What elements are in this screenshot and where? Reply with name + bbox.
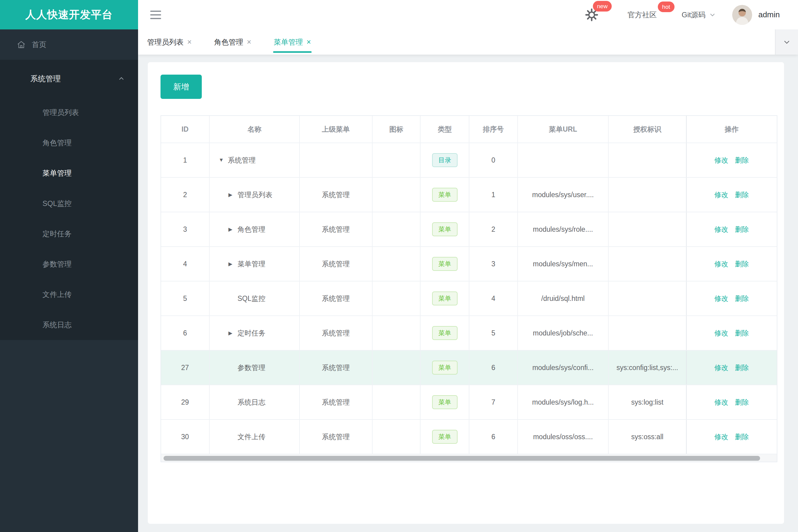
sidebar-item-scheduled-jobs[interactable]: 定时任务 xyxy=(0,219,138,249)
delete-link[interactable]: 删除 xyxy=(735,432,749,442)
tab-list-dropdown-button[interactable] xyxy=(775,30,798,55)
cell-url xyxy=(518,143,609,177)
tab-close-icon[interactable]: × xyxy=(187,38,192,46)
table-row[interactable]: 6 ▶ 定时任务 系统管理 菜单 5 modules/job/sche... 修… xyxy=(161,316,777,350)
cell-type: 菜单 xyxy=(421,316,469,350)
expand-arrow-icon[interactable]: ▼ xyxy=(219,157,228,163)
add-button[interactable]: 新增 xyxy=(161,75,202,99)
cell-order: 1 xyxy=(469,178,518,212)
hot-badge: hot xyxy=(658,1,674,12)
cell-url: modules/job/sche... xyxy=(518,316,609,350)
sidebar-item-param-mgmt[interactable]: 参数管理 xyxy=(0,249,138,279)
tab-admin-list[interactable]: 管理员列表 × xyxy=(147,30,192,55)
table-row[interactable]: 5 SQL监控 系统管理 菜单 4 /druid/sql.html 修改 删除 xyxy=(161,281,777,316)
table-row-highlighted[interactable]: 27 参数管理 系统管理 菜单 6 modules/sys/confi... s… xyxy=(161,350,777,385)
sidebar-item-role-mgmt[interactable]: 角色管理 xyxy=(0,128,138,158)
delete-link[interactable]: 删除 xyxy=(735,156,749,165)
username-label[interactable]: admin xyxy=(758,10,780,19)
expand-arrow-icon[interactable]: ▶ xyxy=(228,261,238,267)
sidebar-item-label: 角色管理 xyxy=(42,138,72,148)
menu-name: 系统管理 xyxy=(228,156,256,165)
col-header-perms: 授权标识 xyxy=(609,116,686,142)
edit-link[interactable]: 修改 xyxy=(714,328,728,338)
type-tag: 菜单 xyxy=(432,361,458,375)
table-row[interactable]: 4 ▶ 菜单管理 系统管理 菜单 3 modules/sys/men... 修改… xyxy=(161,246,777,281)
edit-link[interactable]: 修改 xyxy=(714,190,728,200)
content-card: 新增 ID 名称 上级菜单 图标 类型 排序号 菜单URL 授权标识 操作 1 … xyxy=(148,62,784,524)
col-header-type: 类型 xyxy=(421,116,469,142)
delete-link[interactable]: 删除 xyxy=(735,294,749,303)
sidebar-item-admin-list[interactable]: 管理员列表 xyxy=(0,97,138,128)
cell-type: 菜单 xyxy=(421,247,469,281)
cell-type: 菜单 xyxy=(421,350,469,385)
tab-close-icon[interactable]: × xyxy=(247,38,252,46)
edit-link[interactable]: 修改 xyxy=(714,225,728,234)
scrollbar-thumb[interactable] xyxy=(164,456,760,461)
sidebar-group-title[interactable]: 系统管理 xyxy=(0,60,138,97)
expand-arrow-icon[interactable]: ▶ xyxy=(228,226,238,233)
edit-link[interactable]: 修改 xyxy=(714,294,728,303)
cell-perms xyxy=(609,247,686,281)
edit-link[interactable]: 修改 xyxy=(714,156,728,165)
sidebar-item-file-upload[interactable]: 文件上传 xyxy=(0,279,138,310)
tab-menu-mgmt[interactable]: 菜单管理 × xyxy=(274,30,311,55)
cell-actions: 修改 删除 xyxy=(686,143,777,177)
cell-type: 菜单 xyxy=(421,420,469,454)
menu-name: 角色管理 xyxy=(238,225,265,234)
edit-link[interactable]: 修改 xyxy=(714,398,728,407)
delete-link[interactable]: 删除 xyxy=(735,328,749,338)
cell-url: modules/sys/men... xyxy=(518,247,609,281)
menu-name: 参数管理 xyxy=(238,363,265,373)
cell-order: 2 xyxy=(469,212,518,246)
table-row[interactable]: 3 ▶ 角色管理 系统管理 菜单 2 modules/sys/role.... … xyxy=(161,212,777,246)
sidebar-item-sql-monitor[interactable]: SQL监控 xyxy=(0,188,138,219)
cell-parent: 系统管理 xyxy=(300,420,373,454)
tab-close-icon[interactable]: × xyxy=(307,38,311,46)
delete-link[interactable]: 删除 xyxy=(735,225,749,234)
menu-name: 系统日志 xyxy=(238,398,265,407)
table-row[interactable]: 29 系统日志 系统管理 菜单 7 modules/sys/log.h... s… xyxy=(161,385,777,419)
chevron-up-icon xyxy=(117,75,125,82)
cell-parent xyxy=(300,143,373,177)
cell-order: 0 xyxy=(469,143,518,177)
delete-link[interactable]: 删除 xyxy=(735,398,749,407)
cell-actions: 修改 删除 xyxy=(686,316,777,350)
type-tag: 菜单 xyxy=(432,257,458,271)
git-source-link[interactable]: Git源码 xyxy=(682,10,717,20)
sidebar-item-home[interactable]: 首页 xyxy=(0,30,138,60)
expand-arrow-icon[interactable]: ▶ xyxy=(228,192,238,198)
sidebar-item-system-log[interactable]: 系统日志 xyxy=(0,310,138,340)
settings-button[interactable]: new xyxy=(584,7,599,22)
sidebar-item-label: SQL监控 xyxy=(42,199,72,208)
delete-link[interactable]: 删除 xyxy=(735,190,749,200)
cell-url: modules/sys/role.... xyxy=(518,212,609,246)
cell-name: 参数管理 xyxy=(210,350,300,385)
edit-link[interactable]: 修改 xyxy=(714,259,728,269)
user-avatar[interactable] xyxy=(732,5,752,25)
sidebar-item-label: 系统日志 xyxy=(42,320,72,330)
cell-parent: 系统管理 xyxy=(300,316,373,350)
menu-toggle-icon[interactable] xyxy=(150,11,161,19)
expand-arrow-icon[interactable]: ▶ xyxy=(228,330,238,336)
cell-name: ▶ 角色管理 xyxy=(210,212,300,246)
sidebar-item-label: 管理员列表 xyxy=(42,108,79,117)
tab-label: 角色管理 xyxy=(214,37,243,47)
delete-link[interactable]: 删除 xyxy=(735,259,749,269)
table-row[interactable]: 1 ▼ 系统管理 目录 0 修改 删除 xyxy=(161,142,777,177)
delete-link[interactable]: 删除 xyxy=(735,363,749,373)
cell-name: ▼ 系统管理 xyxy=(210,143,300,177)
edit-link[interactable]: 修改 xyxy=(714,363,728,373)
type-tag: 菜单 xyxy=(432,222,458,236)
cell-url: modules/sys/user.... xyxy=(518,178,609,212)
edit-link[interactable]: 修改 xyxy=(714,432,728,442)
sidebar-item-menu-mgmt[interactable]: 菜单管理 xyxy=(0,158,138,188)
table-row[interactable]: 30 文件上传 系统管理 菜单 6 modules/oss/oss.... sy… xyxy=(161,419,777,454)
chevron-down-icon xyxy=(782,38,791,47)
col-header-name: 名称 xyxy=(210,116,300,142)
col-header-id: ID xyxy=(161,116,210,142)
cell-name: SQL监控 xyxy=(210,282,300,316)
cell-id: 4 xyxy=(161,247,210,281)
table-row[interactable]: 2 ▶ 管理员列表 系统管理 菜单 1 modules/sys/user....… xyxy=(161,177,777,212)
community-link[interactable]: 官方社区 hot xyxy=(628,10,657,20)
tab-role-mgmt[interactable]: 角色管理 × xyxy=(214,30,252,55)
